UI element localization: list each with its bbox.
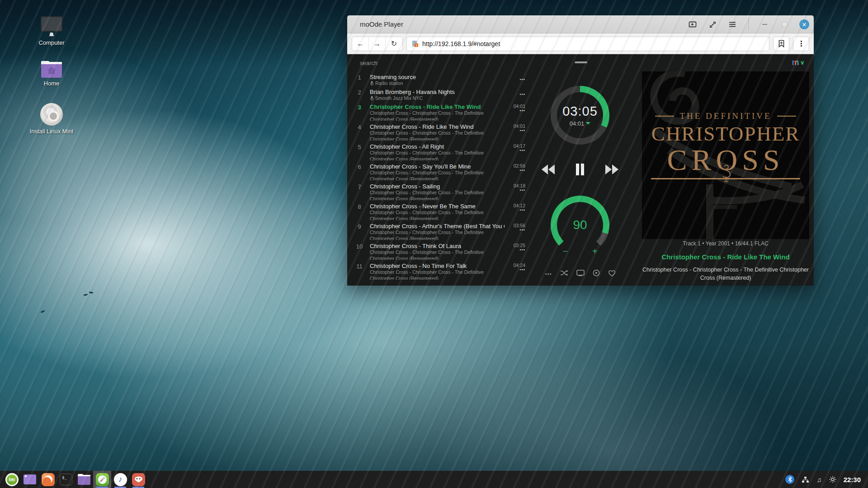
maximize-button[interactable]: [779, 19, 789, 29]
track-title: Streaming source: [370, 74, 505, 80]
new-tab-icon[interactable]: [688, 19, 698, 29]
web-browser-icon[interactable]: [93, 471, 111, 488]
install-disc-icon: [40, 103, 63, 126]
favorite-heart-icon[interactable]: [608, 270, 616, 278]
microphone-icon: [370, 96, 374, 101]
volume-level: 90: [573, 218, 587, 232]
track-number: 7: [353, 183, 366, 200]
search-label[interactable]: search: [360, 60, 377, 66]
volume-knob[interactable]: 90: [551, 196, 609, 254]
time-knob[interactable]: 03:05 04:01: [551, 86, 609, 145]
track-number: 3: [353, 103, 366, 121]
track-more-icon[interactable]: •••: [508, 268, 525, 272]
track-more-icon[interactable]: •••: [508, 109, 525, 113]
terminal-icon[interactable]: $_: [57, 471, 75, 488]
surfer-figure: [84, 294, 88, 296]
svg-text:!: !: [416, 43, 417, 47]
audio-player-tray-icon[interactable]: ♫: [816, 476, 821, 483]
network-icon[interactable]: [802, 476, 809, 483]
track-subtitle: Christopher Cross - Christopher Cross - …: [370, 170, 505, 180]
track-subtitle: Christopher Cross - Christopher Cross - …: [370, 190, 505, 200]
window-titlebar[interactable]: moOde Player ✕: [347, 15, 814, 33]
clock[interactable]: 22:30: [844, 476, 861, 483]
track-title: Christopher Cross - Ride Like The Wind: [370, 103, 505, 110]
playlist: 1 Streaming source Radio station •••: [353, 72, 528, 281]
track-number: 1: [353, 74, 366, 86]
firefox-icon[interactable]: [39, 471, 57, 488]
track-number: 10: [353, 243, 366, 260]
desktop-icon-computer[interactable]: Computer: [24, 16, 79, 46]
track-number: 5: [353, 143, 366, 160]
panel-drag-handle[interactable]: [575, 61, 587, 63]
elapsed-time: 03:05: [562, 104, 598, 119]
now-playing-title[interactable]: Christopher Cross - Ride Like The Wind: [624, 253, 814, 261]
site-security-icon[interactable]: !: [411, 40, 419, 47]
total-time-dropdown[interactable]: 04:01: [570, 120, 591, 127]
track-more-icon[interactable]: •••: [508, 149, 525, 152]
taskbar: lm $_ ♪: [0, 471, 868, 488]
track-subtitle: Christopher Cross - Christopher Cross - …: [370, 150, 505, 160]
track-more-icon[interactable]: •••: [508, 169, 525, 172]
playlist-item[interactable]: 7 Christopher Cross - Sailing Christophe…: [353, 182, 528, 202]
playlist-item[interactable]: 2 Brian Bromberg - Havana Nights Smooth …: [353, 87, 528, 102]
brightness-icon[interactable]: [829, 476, 836, 483]
track-number: 4: [353, 123, 366, 141]
volume-down-button[interactable]: −: [558, 247, 573, 256]
track-more-icon[interactable]: •••: [508, 188, 525, 192]
playlist-item[interactable]: 10 Christopher Cross - Think Of Laura Ch…: [353, 241, 528, 261]
playlist-item[interactable]: 9 Christopher Cross - Arthur's Theme (Be…: [353, 221, 528, 241]
track-number: 11: [353, 263, 366, 280]
browser-menu-kebab-icon[interactable]: [793, 37, 809, 51]
playlist-item[interactable]: 5 Christopher Cross - All Right Christop…: [353, 142, 528, 162]
file-manager-icon[interactable]: [75, 471, 93, 488]
titlebar-separator: [748, 19, 749, 30]
track-more-icon[interactable]: •••: [508, 93, 525, 96]
playlist-item[interactable]: 11 Christopher Cross - No Time For Talk …: [353, 261, 528, 281]
browser-toolbar: ← → ↻ ! http://192.168.1.9/#notarget: [347, 33, 814, 54]
track-title: Christopher Cross - No Time For Talk: [370, 263, 505, 269]
mint-menu-icon[interactable]: lm: [3, 471, 21, 488]
bluetooth-icon[interactable]: [785, 475, 794, 484]
track-title: Brian Bromberg - Havana Nights: [370, 89, 505, 95]
playlist-item[interactable]: 3 Christopher Cross - Ride Like The Wind…: [353, 102, 528, 122]
back-button[interactable]: ←: [352, 37, 369, 51]
track-more-icon[interactable]: •••: [508, 228, 525, 232]
forward-button[interactable]: →: [369, 37, 386, 51]
playlist-item[interactable]: 8 Christopher Cross - Never Be The Same …: [353, 202, 528, 221]
desktop-icon-install-linux-mint[interactable]: Install Linux Mint: [24, 103, 79, 135]
track-more-icon[interactable]: •••: [508, 248, 525, 252]
url-bar[interactable]: ! http://192.168.1.9/#notarget: [406, 37, 769, 51]
bookmark-icon[interactable]: [773, 37, 789, 51]
volume-up-button[interactable]: +: [587, 247, 603, 256]
track-subtitle: Christopher Cross - Christopher Cross - …: [370, 230, 505, 240]
small-flamingo-icon: [720, 164, 732, 182]
album-art[interactable]: THE DEFINITIVE CHRISTOPHER CROSS: [642, 71, 809, 239]
playlist-item[interactable]: 4 Christopher Cross - Ride Like The Wind…: [353, 122, 528, 142]
music-player-icon[interactable]: ♪: [111, 471, 129, 488]
next-button[interactable]: [605, 164, 618, 174]
fullscreen-icon[interactable]: [708, 19, 717, 29]
track-more-icon[interactable]: •••: [508, 208, 525, 212]
playlist-item[interactable]: 1 Streaming source Radio station •••: [353, 72, 528, 87]
moode-menu[interactable]: m ∨: [792, 58, 805, 67]
show-desktop-icon[interactable]: [21, 471, 39, 488]
display-icon[interactable]: [576, 270, 585, 278]
desktop-icon-home[interactable]: Home: [24, 60, 79, 87]
menu-icon[interactable]: [727, 19, 737, 29]
computer-icon: [41, 16, 62, 32]
track-more-icon[interactable]: •••: [508, 129, 525, 132]
more-icon[interactable]: •••: [545, 271, 552, 277]
close-button[interactable]: ✕: [799, 19, 809, 29]
track-title: Christopher Cross - Arthur's Theme (Best…: [370, 223, 505, 230]
playlist-item[interactable]: 6 Christopher Cross - Say You'll Be Mine…: [353, 162, 528, 182]
previous-button[interactable]: [542, 164, 555, 174]
reload-button[interactable]: ↻: [386, 37, 402, 51]
repeat-icon[interactable]: [593, 269, 600, 278]
track-more-icon[interactable]: •••: [508, 78, 525, 81]
image-editor-icon[interactable]: [129, 471, 147, 488]
pause-button[interactable]: [575, 164, 585, 175]
minimize-button[interactable]: [760, 19, 769, 29]
transport-controls: [542, 164, 618, 175]
url-text[interactable]: http://192.168.1.9/#notarget: [422, 40, 500, 47]
shuffle-icon[interactable]: [560, 270, 568, 278]
